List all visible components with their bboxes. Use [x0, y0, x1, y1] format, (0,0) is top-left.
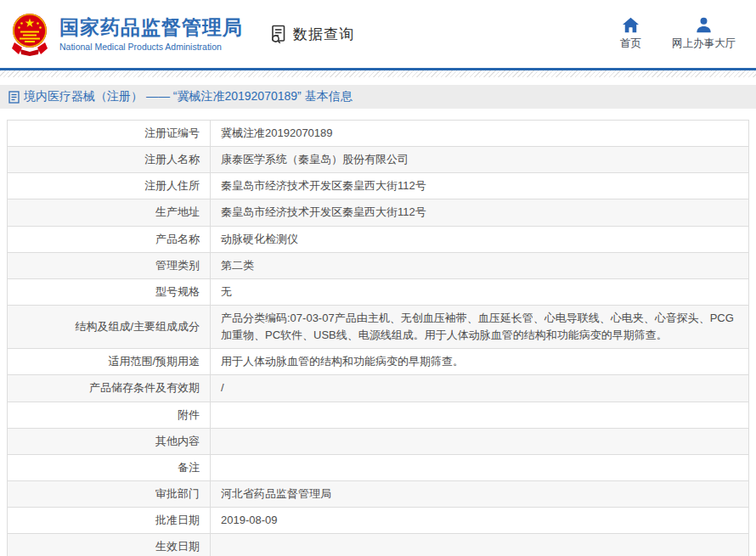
row-label: 批准日期	[8, 508, 211, 534]
row-label: 注册人住所	[8, 173, 211, 199]
org-title: 国家药品监督管理局	[59, 16, 243, 38]
nav-online-hall-label: 网上办事大厅	[672, 37, 736, 51]
nav-home-label: 首页	[620, 37, 641, 51]
registration-info-panel: 注册证编号 冀械注准20192070189 注册人名称 康泰医学系统（秦皇岛）股…	[7, 120, 749, 556]
row-label-text: 其他内容	[155, 435, 200, 447]
home-icon	[622, 17, 640, 33]
user-icon	[695, 17, 713, 33]
hatch-divider	[0, 70, 756, 77]
row-label-text: 生效日期	[155, 540, 200, 553]
row-value	[211, 454, 749, 480]
row-label: 注册人名称	[8, 147, 211, 173]
row-label-text: 注册证编号	[144, 126, 200, 139]
breadcrumb: 境内医疗器械（注册） —— “冀械注准20192070189” 基本信息	[0, 85, 756, 109]
row-label-text: 备注	[178, 461, 200, 474]
table-row: 生效日期	[8, 534, 749, 556]
table-row: 批准日期 2019-08-09	[8, 508, 749, 534]
row-label: 产品名称	[8, 226, 211, 252]
row-label-text: 审批部门	[155, 487, 200, 500]
national-emblem-icon	[8, 12, 51, 56]
table-row: 管理类别 第二类	[8, 252, 749, 278]
row-label: 附件	[8, 402, 211, 428]
row-label: 结构及组成/主要组成成分	[8, 305, 211, 348]
row-value: 秦皇岛市经济技术开发区秦皇西大街112号	[211, 173, 749, 199]
row-label-text: 生产地址	[155, 205, 200, 218]
row-value: 无	[211, 278, 749, 305]
table-row: 生产地址 秦皇岛市经济技术开发区秦皇西大街112号	[8, 199, 749, 226]
row-label-text: 产品储存条件及有效期	[89, 381, 200, 394]
table-row: 审批部门 河北省药品监督管理局	[8, 480, 749, 507]
row-label: 备注	[8, 454, 211, 480]
data-query-section[interactable]: 数据查询	[268, 24, 354, 44]
header-nav: 首页 网上办事大厅	[620, 17, 742, 51]
row-label-text: 注册人名称	[144, 153, 200, 166]
registration-table-body: 注册证编号 冀械注准20192070189 注册人名称 康泰医学系统（秦皇岛）股…	[8, 121, 749, 556]
row-label: 生产地址	[8, 199, 211, 226]
row-value: 用于人体动脉血管的结构和功能病变的早期筛查。	[211, 349, 749, 375]
row-value: 产品分类编码:07-03-07产品由主机、无创血压袖带、血压延长管、心电导联线、…	[211, 305, 749, 348]
row-label: 管理类别	[8, 252, 211, 278]
row-label-text: 产品名称	[155, 233, 200, 245]
table-row: 结构及组成/主要组成成分 产品分类编码:07-03-07产品由主机、无创血压袖带…	[8, 305, 749, 348]
row-label: 审批部门	[8, 480, 211, 507]
table-row: 其他内容	[8, 428, 749, 454]
row-value: 第二类	[211, 252, 749, 278]
row-value: 秦皇岛市经济技术开发区秦皇西大街112号	[211, 199, 749, 226]
site-logo: 国家药品监督管理局 National Medical Products Admi…	[8, 12, 243, 56]
row-value	[211, 428, 749, 454]
row-label-text: 型号规格	[155, 285, 200, 298]
page-doc-icon	[8, 91, 20, 104]
table-row: 注册人住所 秦皇岛市经济技术开发区秦皇西大街112号	[8, 173, 749, 199]
row-label-text: 批准日期	[155, 514, 200, 526]
table-row: 适用范围/预期用途 用于人体动脉血管的结构和功能病变的早期筛查。	[8, 349, 749, 375]
row-label: 注册证编号	[8, 121, 211, 147]
table-row: 备注	[8, 454, 749, 480]
table-row: 注册人名称 康泰医学系统（秦皇岛）股份有限公司	[8, 147, 749, 173]
query-label: 数据查询	[293, 25, 354, 44]
org-title-block: 国家药品监督管理局 National Medical Products Admi…	[59, 16, 243, 51]
row-label: 生效日期	[8, 534, 211, 556]
row-label-text: 结构及组成/主要组成成分	[75, 320, 200, 333]
table-row: 附件	[8, 402, 749, 428]
row-label: 型号规格	[8, 278, 211, 305]
site-header: 国家药品监督管理局 National Medical Products Admi…	[0, 0, 756, 70]
row-value: 冀械注准20192070189	[211, 121, 749, 147]
row-value	[211, 402, 749, 428]
nav-home[interactable]: 首页	[620, 17, 641, 51]
row-value: 动脉硬化检测仪	[211, 226, 749, 252]
row-label-text: 管理类别	[155, 259, 200, 272]
nav-online-hall[interactable]: 网上办事大厅	[672, 17, 736, 51]
registration-table: 注册证编号 冀械注准20192070189 注册人名称 康泰医学系统（秦皇岛）股…	[7, 120, 749, 556]
row-value	[211, 534, 749, 556]
org-subtitle: National Medical Products Administration	[59, 42, 243, 52]
table-row: 型号规格 无	[8, 278, 749, 305]
row-label: 适用范围/预期用途	[8, 349, 211, 375]
row-value: 2019-08-09	[211, 508, 749, 534]
row-label: 其他内容	[8, 428, 211, 454]
row-label-text: 附件	[178, 408, 200, 421]
table-row: 注册证编号 冀械注准20192070189	[8, 121, 749, 147]
table-row: 产品名称 动脉硬化检测仪	[8, 226, 749, 252]
doc-search-icon	[268, 24, 289, 44]
row-value: 康泰医学系统（秦皇岛）股份有限公司	[211, 147, 749, 173]
table-row: 产品储存条件及有效期 /	[8, 375, 749, 402]
row-label-text: 适用范围/预期用途	[108, 355, 200, 368]
row-label: 产品储存条件及有效期	[8, 375, 211, 402]
row-value: 河北省药品监督管理局	[211, 480, 749, 507]
row-label-text: 注册人住所	[144, 179, 200, 192]
row-value: /	[211, 375, 749, 402]
breadcrumb-title: 境内医疗器械（注册） —— “冀械注准20192070189” 基本信息	[24, 89, 353, 104]
